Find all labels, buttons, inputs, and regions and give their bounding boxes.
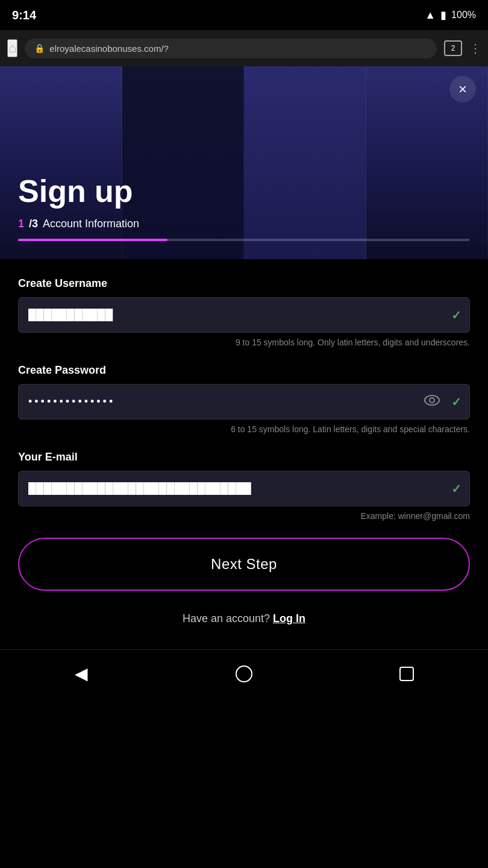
login-prompt: Have an account? Log In	[18, 612, 470, 625]
status-icons: ▲ ▮ 100%	[425, 8, 476, 22]
browser-url-bar[interactable]: 🔒 elroyalecasinobonuses.com/?	[25, 39, 437, 58]
battery-percent: 100%	[451, 10, 476, 20]
next-step-button[interactable]: Next Step	[18, 538, 470, 591]
username-input[interactable]	[18, 297, 470, 333]
password-hint: 6 to 15 symbols long. Latin letters, dig…	[18, 424, 470, 434]
progress-bar-container	[18, 239, 470, 241]
login-link[interactable]: Log In	[273, 612, 305, 624]
password-field-group: Create Password ✓ 6 to 15 symbols long. …	[18, 364, 470, 434]
username-input-wrapper: ✓	[18, 297, 470, 333]
email-label: Your E-mail	[18, 451, 470, 464]
nav-bar: ◀	[0, 649, 488, 697]
nav-recent-button[interactable]	[389, 656, 425, 692]
password-input-wrapper: ✓	[18, 384, 470, 420]
step-current: 1	[18, 218, 24, 230]
browser-home-button[interactable]: ⌂	[7, 39, 17, 57]
status-bar: 9:14 ▲ ▮ 100%	[0, 0, 488, 30]
step-indicator: 1 /3 Account Information	[18, 218, 470, 230]
svg-point-0	[425, 395, 439, 405]
url-text: elroyalecasinobonuses.com/?	[49, 43, 427, 54]
username-label: Create Username	[18, 277, 470, 290]
browser-bar: ⌂ 🔒 elroyalecasinobonuses.com/? 2 ⋮	[0, 30, 488, 66]
signup-title: Sign up	[18, 173, 470, 209]
login-prompt-text: Have an account?	[183, 612, 270, 624]
status-time: 9:14	[12, 8, 36, 22]
nav-home-button[interactable]	[226, 656, 262, 692]
header-image: × Sign up 1 /3 Account Information	[0, 66, 488, 259]
email-check-icon: ✓	[451, 482, 461, 496]
browser-menu-icon[interactable]: ⋮	[469, 41, 481, 55]
nav-back-button[interactable]: ◀	[63, 656, 99, 692]
step-label: Account Information	[43, 218, 139, 230]
home-circle-icon	[236, 665, 252, 682]
username-field-group: Create Username ✓ 9 to 15 symbols long. …	[18, 277, 470, 347]
header-content: Sign up 1 /3 Account Information	[18, 173, 470, 241]
progress-bar-fill	[18, 239, 167, 241]
lock-icon: 🔒	[34, 43, 45, 53]
close-button[interactable]: ×	[449, 76, 476, 102]
email-hint: Example: winner@gmail.com	[18, 511, 470, 521]
email-field-group: Your E-mail ✓ Example: winner@gmail.com	[18, 451, 470, 521]
email-input-wrapper: ✓	[18, 471, 470, 506]
form-area: Create Username ✓ 9 to 15 symbols long. …	[0, 259, 488, 649]
wifi-icon: ▲	[425, 9, 436, 22]
email-input[interactable]	[18, 471, 470, 506]
password-label: Create Password	[18, 364, 470, 377]
step-total: /3	[29, 218, 38, 230]
svg-point-1	[430, 398, 434, 403]
username-check-icon: ✓	[451, 308, 461, 322]
password-check-icon: ✓	[451, 395, 461, 409]
browser-tabs-button[interactable]: 2	[444, 40, 462, 56]
username-hint: 9 to 15 symbols long. Only latin letters…	[18, 338, 470, 347]
recent-square-icon	[399, 667, 414, 681]
password-input[interactable]	[18, 384, 470, 420]
battery-icon: ▮	[440, 8, 446, 22]
toggle-password-button[interactable]	[424, 395, 440, 409]
